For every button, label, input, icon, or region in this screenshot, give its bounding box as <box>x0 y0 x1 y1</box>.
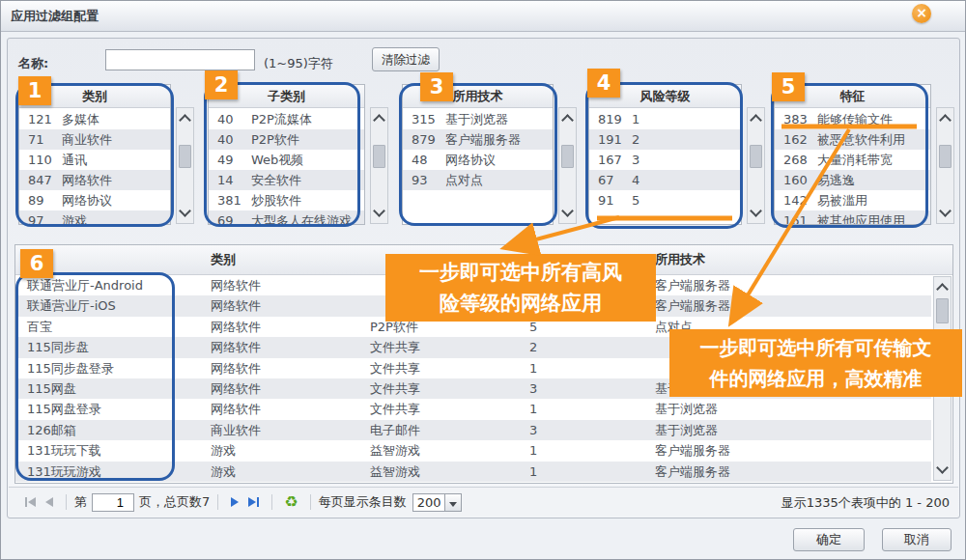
scroll-thumb[interactable] <box>179 145 191 168</box>
scroll-down-icon[interactable] <box>934 462 951 478</box>
scroll-down-icon[interactable] <box>559 205 576 221</box>
list-item[interactable]: 381 炒股软件 <box>209 190 364 210</box>
cell-risk: 1 <box>529 440 655 461</box>
chevron-down-icon[interactable] <box>445 493 462 512</box>
step-badge-6: 6 <box>20 249 53 278</box>
callout-file-transfer: 一步即可选中所有可传输文 件的网络应用，高效精准 <box>669 329 962 397</box>
list-item[interactable]: 191 2 <box>589 129 741 150</box>
per-page-label: 每页显示条目数 <box>319 493 407 511</box>
table-row[interactable]: 115网盘登录 网络软件 文件共享 1 基于浏览器 <box>15 399 931 419</box>
step-badge-2: 2 <box>205 70 238 99</box>
scroll-up-icon[interactable] <box>748 110 764 126</box>
list-item[interactable]: 48 网络协议 <box>403 150 553 170</box>
item-label: 5 <box>632 190 741 210</box>
scroll-thumb[interactable] <box>750 145 762 168</box>
characteristic-list-rows: 383 能够传输文件 162 被恶意软件利用 268 大量消耗带宽 1 <box>775 109 930 224</box>
item-label: 基于浏览器 <box>445 109 553 129</box>
item-count: 14 <box>209 170 251 190</box>
scroll-up-icon[interactable] <box>934 279 951 295</box>
cell-subcategory: 文件共享 <box>370 378 529 399</box>
list-item[interactable]: 40 P2P流媒体 <box>209 109 364 129</box>
list-item[interactable]: 69 大型多人在线游戏 <box>209 210 364 224</box>
item-count: 40 <box>209 109 251 129</box>
category-scrollbar[interactable] <box>176 107 194 224</box>
clear-filter-button[interactable]: 清除过滤 <box>372 47 440 71</box>
cell-risk: 3 <box>529 420 655 440</box>
scroll-up-icon[interactable] <box>559 110 576 126</box>
list-item[interactable]: 160 易逃逸 <box>775 170 930 190</box>
cell-name: 115网盘登录 <box>15 399 211 419</box>
name-input[interactable] <box>105 49 255 70</box>
category-list-rows: 121 多媒体 71 商业软件 110 通讯 847 <box>19 109 170 224</box>
item-count: 268 <box>775 150 817 170</box>
scroll-up-icon[interactable] <box>177 110 193 126</box>
list-item[interactable]: 268 大量消耗带宽 <box>775 150 930 170</box>
list-item[interactable]: 110 通讯 <box>19 150 170 170</box>
table-row[interactable]: 126邮箱 商业软件 电子邮件 3 基于浏览器 <box>15 420 931 440</box>
item-count: 162 <box>775 129 817 150</box>
cancel-button[interactable]: 取消 <box>882 528 952 551</box>
list-item[interactable]: 819 1 <box>589 109 741 129</box>
list-item[interactable]: 142 易被滥用 <box>775 190 930 210</box>
item-label: 被恶意软件利用 <box>817 129 930 150</box>
cell-category: 网络软件 <box>211 275 370 295</box>
item-label: 网络协议 <box>445 150 553 170</box>
page-number-input[interactable] <box>92 493 134 512</box>
list-item[interactable]: 91 5 <box>589 190 741 210</box>
scroll-down-icon[interactable] <box>371 205 387 221</box>
list-item[interactable]: 49 Web视频 <box>209 150 364 170</box>
cell-category: 网络软件 <box>211 317 370 337</box>
list-item[interactable]: 879 客户端服务器 <box>403 129 553 150</box>
scroll-thumb[interactable] <box>939 145 952 168</box>
prev-page-button[interactable] <box>45 497 53 507</box>
scroll-down-icon[interactable] <box>937 205 953 221</box>
list-item[interactable]: 121 多媒体 <box>19 109 170 129</box>
cell-category: 网络软件 <box>211 295 370 316</box>
list-item[interactable]: 67 4 <box>589 170 741 190</box>
scroll-up-icon[interactable] <box>937 110 953 126</box>
technology-scrollbar[interactable] <box>558 107 577 224</box>
item-label: 点对点 <box>445 170 553 190</box>
last-page-button[interactable] <box>248 497 259 507</box>
item-count: 67 <box>589 170 632 190</box>
ok-button[interactable]: 确定 <box>793 528 865 551</box>
scroll-up-icon[interactable] <box>371 110 387 126</box>
list-item[interactable]: 71 商业软件 <box>19 129 170 150</box>
first-page-button[interactable] <box>25 497 36 507</box>
scroll-thumb[interactable] <box>373 145 385 168</box>
item-count: 97 <box>19 210 62 224</box>
characteristic-scrollbar[interactable] <box>936 107 954 224</box>
risk-level-scrollbar[interactable] <box>747 107 765 224</box>
refresh-icon[interactable]: ♻ <box>284 494 298 510</box>
cell-name: 126邮箱 <box>15 420 211 440</box>
close-icon[interactable]: × <box>912 4 931 23</box>
table-row[interactable]: 131玩玩游戏 游戏 益智游戏 1 客户端服务器 <box>15 462 931 482</box>
scroll-down-icon[interactable] <box>177 205 193 221</box>
divider <box>310 494 311 510</box>
list-item[interactable]: 315 基于浏览器 <box>403 109 553 129</box>
table-row[interactable]: 131玩玩下载 游戏 益智游戏 1 客户端服务器 <box>15 440 931 461</box>
scroll-down-icon[interactable] <box>748 205 764 221</box>
list-item[interactable]: 89 网络协议 <box>19 190 170 210</box>
list-item[interactable]: 167 3 <box>589 150 741 170</box>
list-item[interactable]: 383 能够传输文件 <box>775 109 930 129</box>
scroll-thumb[interactable] <box>936 298 949 323</box>
next-page-button[interactable] <box>231 497 239 507</box>
dialog-titlebar: 应用过滤组配置 <box>1 1 965 32</box>
item-count: 847 <box>19 170 62 190</box>
cell-subcategory: 文件共享 <box>370 399 529 419</box>
list-item[interactable]: 162 被恶意软件利用 <box>775 129 930 150</box>
scroll-thumb[interactable] <box>561 145 574 168</box>
cell-tech: 客户端服务器 <box>655 462 931 482</box>
list-item[interactable]: 161 被其他应用使用 <box>775 210 930 224</box>
list-item[interactable]: 847 网络软件 <box>19 170 170 190</box>
characteristic-list-panel: 特征 383 能够传输文件 162 被恶意软件利用 268 大量 <box>774 82 954 227</box>
item-label: P2P软件 <box>251 129 364 150</box>
per-page-dropdown[interactable]: 200 <box>412 493 462 512</box>
list-item[interactable]: 14 安全软件 <box>209 170 364 190</box>
list-item[interactable]: 93 点对点 <box>403 170 553 190</box>
list-item[interactable]: 97 游戏 <box>19 210 170 224</box>
cell-category: 游戏 <box>211 440 370 461</box>
list-item[interactable]: 40 P2P软件 <box>209 129 364 150</box>
subcategory-scrollbar[interactable] <box>370 107 388 224</box>
